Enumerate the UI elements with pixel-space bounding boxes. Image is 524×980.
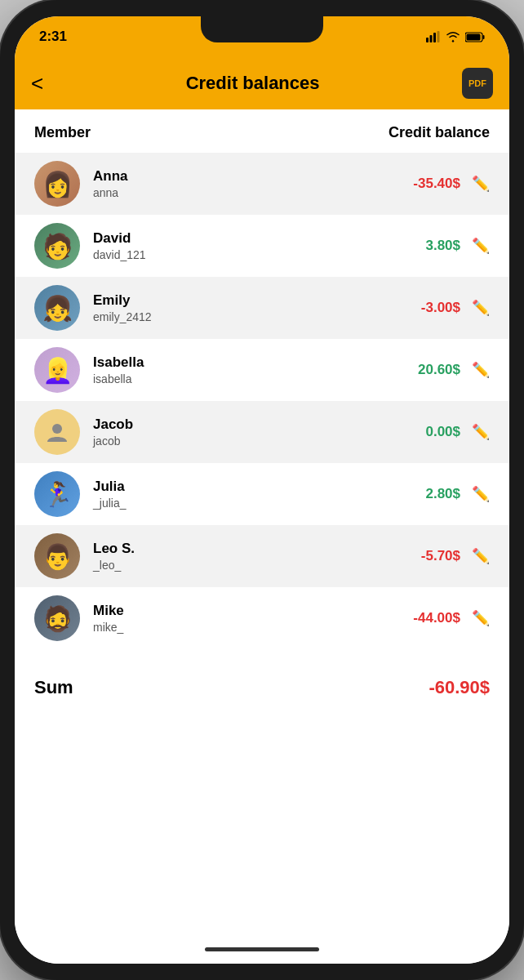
member-name-isabella: Isabella: [93, 354, 395, 372]
notch: [201, 16, 323, 42]
balance-area-jacob: 0.00$ ✏️: [395, 423, 490, 441]
avatar-david: 🧑: [34, 223, 80, 269]
member-username-julia: _julia_: [93, 496, 395, 510]
member-username-leo: _leo_: [93, 558, 395, 572]
svg-point-7: [52, 424, 62, 434]
avatar-jacob: [34, 409, 80, 455]
avatar-anna: 👩: [34, 161, 80, 207]
phone-screen: 2:31: [15, 16, 509, 964]
balance-area-mike: -44.00$ ✏️: [395, 609, 490, 627]
edit-button-anna[interactable]: ✏️: [472, 175, 490, 193]
member-row-emily: 👧 Emily emily_2412 -3.00$ ✏️: [15, 277, 509, 339]
column-member-header: Member: [34, 124, 91, 141]
page-title: Credit balances: [186, 73, 320, 94]
balance-amount-emily: -3.00$: [395, 300, 460, 316]
table-header: Member Credit balance: [15, 109, 509, 153]
member-row-mike: 🧔 Mike mike_ -44.00$ ✏️: [15, 587, 509, 649]
svg-rect-2: [433, 33, 436, 42]
svg-rect-1: [430, 35, 433, 42]
members-list: 👩 Anna anna -35.40$ ✏️ 🧑 David david_121…: [15, 153, 509, 649]
balance-area-isabella: 20.60$ ✏️: [395, 361, 490, 379]
phone-frame: 2:31: [0, 0, 524, 980]
wifi-icon: [446, 31, 460, 42]
edit-button-isabella[interactable]: ✏️: [472, 361, 490, 379]
status-time: 2:31: [39, 29, 67, 45]
member-name-julia: Julia: [93, 478, 395, 496]
member-info-jacob: Jacob jacob: [80, 416, 395, 448]
member-info-isabella: Isabella isabella: [80, 354, 395, 386]
member-info-david: David david_121: [80, 229, 395, 262]
avatar-leo: 👨: [34, 533, 80, 579]
column-balance-header: Credit balance: [389, 124, 490, 141]
member-username-mike: mike_: [93, 620, 395, 635]
member-name-mike: Mike: [93, 602, 395, 620]
member-row-anna: 👩 Anna anna -35.40$ ✏️: [15, 153, 509, 215]
balance-amount-jacob: 0.00$: [395, 424, 460, 440]
avatar-isabella: 👱‍♀️: [34, 347, 80, 393]
member-info-mike: Mike mike_: [80, 602, 395, 635]
member-name-leo: Leo S.: [93, 540, 395, 558]
header: < Credit balances PDF: [15, 57, 509, 109]
signal-icon: [426, 31, 441, 42]
svg-rect-5: [483, 35, 485, 39]
member-name-david: David: [93, 229, 395, 247]
edit-button-david[interactable]: ✏️: [472, 237, 490, 255]
edit-button-emily[interactable]: ✏️: [472, 299, 490, 317]
member-name-emily: Emily: [93, 292, 395, 310]
member-username-isabella: isabella: [93, 372, 395, 386]
member-username-jacob: jacob: [93, 434, 395, 448]
svg-rect-6: [467, 33, 481, 40]
avatar-julia: 🏃‍♀️: [34, 471, 80, 517]
balance-amount-julia: 2.80$: [395, 486, 460, 502]
content-area: Member Credit balance 👩 Anna anna -35.40…: [15, 109, 509, 934]
member-name-jacob: Jacob: [93, 416, 395, 434]
svg-rect-3: [437, 31, 440, 42]
member-info-anna: Anna anna: [80, 167, 395, 200]
balance-amount-leo: -5.70$: [395, 548, 460, 564]
member-info-julia: Julia _julia_: [80, 478, 395, 510]
edit-button-mike[interactable]: ✏️: [472, 609, 490, 627]
balance-amount-isabella: 20.60$: [395, 362, 460, 378]
avatar-mike: 🧔: [34, 595, 80, 641]
balance-amount-mike: -44.00$: [395, 610, 460, 626]
balance-area-david: 3.80$ ✏️: [395, 237, 490, 255]
svg-rect-0: [426, 38, 429, 42]
home-indicator: [205, 947, 319, 951]
sum-label: Sum: [34, 677, 73, 698]
edit-button-jacob[interactable]: ✏️: [472, 423, 490, 441]
balance-area-anna: -35.40$ ✏️: [395, 175, 490, 193]
avatar-emily: 👧: [34, 285, 80, 331]
member-row-isabella: 👱‍♀️ Isabella isabella 20.60$ ✏️: [15, 339, 509, 401]
member-username-emily: emily_2412: [93, 310, 395, 324]
member-username-david: david_121: [93, 247, 395, 262]
balance-amount-david: 3.80$: [395, 238, 460, 254]
member-row-david: 🧑 David david_121 3.80$ ✏️: [15, 215, 509, 277]
member-username-anna: anna: [93, 185, 395, 200]
home-bar: [15, 934, 509, 964]
sum-amount: -60.90$: [429, 677, 490, 698]
sum-row: Sum -60.90$: [15, 656, 509, 719]
edit-button-julia[interactable]: ✏️: [472, 485, 490, 503]
status-icons: [426, 31, 485, 42]
balance-area-emily: -3.00$ ✏️: [395, 299, 490, 317]
member-info-emily: Emily emily_2412: [80, 292, 395, 324]
edit-button-leo[interactable]: ✏️: [472, 547, 490, 565]
balance-area-leo: -5.70$ ✏️: [395, 547, 490, 565]
member-info-leo: Leo S. _leo_: [80, 540, 395, 572]
battery-icon: [465, 32, 485, 42]
balance-area-julia: 2.80$ ✏️: [395, 485, 490, 503]
pdf-button[interactable]: PDF: [462, 68, 493, 99]
member-row-jacob: Jacob jacob 0.00$ ✏️: [15, 401, 509, 463]
member-row-leo: 👨 Leo S. _leo_ -5.70$ ✏️: [15, 525, 509, 587]
balance-amount-anna: -35.40$: [395, 176, 460, 192]
member-row-julia: 🏃‍♀️ Julia _julia_ 2.80$ ✏️: [15, 463, 509, 525]
back-button[interactable]: <: [31, 71, 43, 96]
member-name-anna: Anna: [93, 167, 395, 185]
